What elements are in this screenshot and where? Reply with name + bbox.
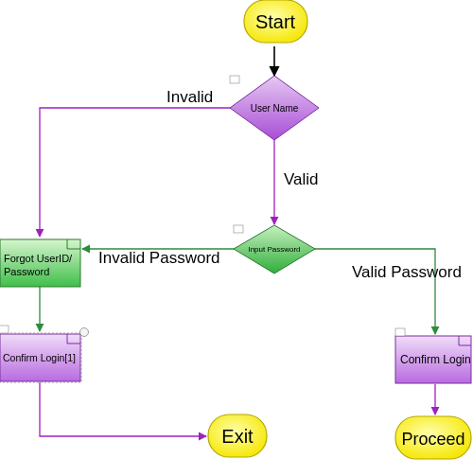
confirm-login-1-label: Confirm Login[1] — [3, 352, 76, 363]
username-label: User Name — [251, 103, 299, 114]
edge-username-valid: Valid — [274, 140, 319, 224]
exit-label: Exit — [221, 426, 254, 447]
node-input-password: Input Password — [234, 225, 315, 273]
proceed-label: Proceed — [401, 430, 464, 449]
svg-rect-9 — [234, 225, 243, 233]
node-confirm-login: Confirm Login — [395, 328, 471, 383]
confirm-login-label: Confirm Login — [400, 353, 471, 366]
input-password-label: Input Password — [248, 245, 300, 254]
forgot-label-1: Password — [4, 266, 49, 277]
node-forgot: Forgot UserID/ Password — [0, 239, 80, 287]
svg-rect-16 — [395, 328, 405, 336]
edge-confirm1-exit — [40, 382, 206, 436]
label-valid: Valid — [284, 170, 319, 188]
node-start: Start — [244, 0, 307, 43]
node-confirm-login-1: Confirm Login[1] — [0, 326, 89, 382]
edge-username-invalid: Invalid — [40, 88, 231, 237]
label-valid-password: Valid Password — [352, 263, 462, 281]
node-exit: Exit — [208, 414, 267, 457]
forgot-label-0: Forgot UserID/ — [4, 253, 73, 264]
svg-rect-7 — [230, 76, 239, 83]
node-username: User Name — [230, 76, 319, 140]
svg-rect-14 — [0, 326, 9, 333]
edge-password-valid: Valid Password — [314, 249, 462, 334]
label-invalid-password: Invalid Password — [98, 249, 220, 267]
start-label: Start — [255, 11, 296, 32]
node-proceed: Proceed — [395, 416, 471, 459]
svg-point-13 — [80, 328, 89, 337]
label-invalid: Invalid — [166, 88, 213, 106]
edge-password-invalid: Invalid Password — [82, 249, 235, 267]
